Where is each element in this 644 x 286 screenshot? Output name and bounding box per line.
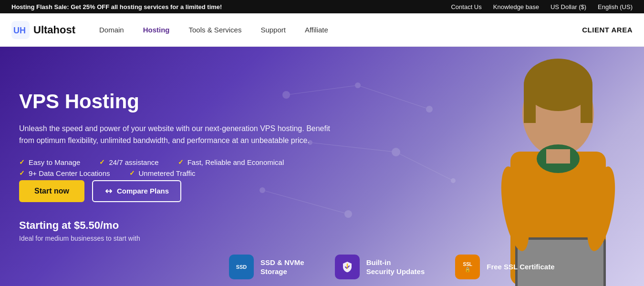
hero-starting-price: Starting at $5.50/mo [19,219,343,232]
check-icon-1: ✓ [19,158,25,166]
check-icon-2: ✓ [99,158,105,166]
nav-item-tools[interactable]: Tools & Services [180,22,250,38]
hero-section: VPS Hosting Unleash the speed and power … [0,47,644,286]
hero-features: ✓ Easy to Manage ✓ 24/7 assistance ✓ Fas… [19,158,343,166]
feature-label-5: Unmetered Traffic [139,169,196,177]
compare-icon [104,187,113,195]
svg-rect-21 [546,149,570,163]
check-icon-3: ✓ [178,158,184,166]
svg-text:UH: UH [13,26,26,35]
contact-us-link[interactable]: Contact Us [451,3,481,10]
nav-item-domain[interactable]: Domain [91,22,133,38]
client-area-button[interactable]: CLIENT AREA [582,26,633,34]
security-icon [335,255,360,279]
top-bar-right: Contact Us Knowledge base US Dollar ($) … [451,3,633,10]
logo[interactable]: UH Ultahost [11,21,75,39]
strip-ssd: SSD SSD & NVMeStorage [229,249,320,285]
strip-container: SSD SSD & NVMeStorage Built-inSecurity U… [0,249,570,285]
currency-selector[interactable]: US Dollar ($) [551,3,586,10]
svg-point-26 [346,268,347,269]
hero-content: VPS Hosting Unleash the speed and power … [0,91,363,242]
compare-plans-label: Compare Plans [117,187,169,195]
hero-title: VPS Hosting [19,91,343,112]
top-bar: Hosting Flash Sale: Get 25% OFF all host… [0,0,644,13]
feature-data-centers: ✓ 9+ Data Center Locations [19,169,110,177]
compare-plans-button[interactable]: Compare Plans [92,180,181,202]
language-selector[interactable]: English (US) [598,3,633,10]
ssd-icon: SSD [229,255,254,279]
logo-text: Ultahost [33,24,75,36]
check-icon-5: ✓ [129,169,135,177]
svg-rect-17 [524,85,536,123]
feature-fast-reliable: ✓ Fast, Reliable and Economical [178,158,284,166]
check-icon-4: ✓ [19,169,25,177]
strip-ssl: SSL🔒 Free SSL Certificate [455,249,570,285]
hero-starting-sub: Ideal for medium businesses to start wit… [19,235,343,242]
ssl-icon: SSL🔒 [455,255,480,279]
security-text: Built-inSecurity Updates [366,258,425,276]
nav-item-affiliate[interactable]: Affiliate [296,22,337,38]
promo-text: Hosting Flash Sale: Get 25% OFF all host… [11,3,222,10]
bottom-strip: SSD SSD & NVMeStorage Built-inSecurity U… [0,248,644,286]
nav-links: Domain Hosting Tools & Services Support … [91,22,582,38]
hero-description: Unleash the speed and power of your webs… [19,123,343,147]
feature-label-4: 9+ Data Center Locations [29,169,110,177]
feature-label-1: Easy to Manage [29,158,80,166]
shield-icon [341,260,354,274]
feature-247: ✓ 24/7 assistance [99,158,158,166]
feature-label-3: Fast, Reliable and Economical [187,158,284,166]
feature-easy-manage: ✓ Easy to Manage [19,158,80,166]
feature-label-2: 24/7 assistance [109,158,158,166]
nav-item-hosting[interactable]: Hosting [135,22,178,38]
ssl-text: Free SSL Certificate [487,262,554,272]
ssd-text: SSD & NVMeStorage [260,258,304,276]
start-now-button[interactable]: Start now [19,180,84,202]
hero-buttons: Start now Compare Plans [19,180,343,202]
hero-features-row2: ✓ 9+ Data Center Locations ✓ Unmetered T… [19,169,343,177]
nav-item-support[interactable]: Support [252,22,294,38]
navbar: UH Ultahost Domain Hosting Tools & Servi… [0,13,644,47]
feature-unmetered: ✓ Unmetered Traffic [129,169,196,177]
knowledge-base-link[interactable]: Knowledge base [493,3,539,10]
svg-rect-18 [581,85,592,123]
logo-icon: UH [11,21,30,39]
strip-security: Built-inSecurity Updates [335,249,440,285]
